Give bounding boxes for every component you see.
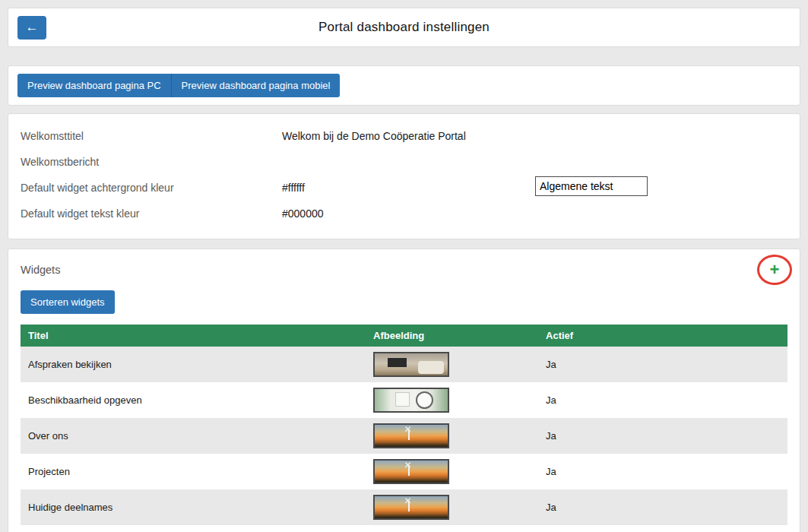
preview-button-group: Preview dashboard pagina PC Preview dash… (17, 74, 340, 97)
field-value: #ffffff (282, 182, 305, 194)
widget-title-cell: Projecten (21, 462, 366, 481)
field-label: Default widget achtergrond kleur (21, 182, 282, 194)
widget-title-cell: Afspraken bekijken (21, 355, 366, 374)
back-arrow-icon: ← (26, 20, 39, 35)
widget-image-cell (366, 420, 538, 452)
widget-image-cell (366, 348, 538, 381)
field-row-welkomsttitel: Welkomsttitel Welkom bij de Demo Coöpera… (21, 123, 787, 149)
field-label: Welkomsttitel (21, 130, 282, 142)
back-button[interactable]: ← (17, 16, 46, 40)
table-body: Afspraken bekijken Ja Beschikbaarheid op… (21, 347, 787, 525)
widget-thumbnail (373, 388, 449, 413)
widget-thumbnail (373, 459, 449, 484)
table-row-projecten[interactable]: Projecten Ja (21, 454, 787, 489)
field-row-achtergrond-kleur: Default widget achtergrond kleur #ffffff (21, 175, 787, 201)
preview-dashboard-mobile-button[interactable]: Preview dashboard pagina mobiel (171, 74, 341, 97)
widget-title-cell: Beschikbaarheid opgeven (21, 391, 366, 410)
table-header-afbeelding: Afbeelding (366, 325, 538, 347)
widget-image-cell (366, 455, 538, 488)
widgets-table: Titel Afbeelding Actief Afspraken bekijk… (21, 325, 787, 525)
widgets-header: Widgets + (21, 258, 787, 281)
table-row-afspraken-bekijken[interactable]: Afspraken bekijken Ja (21, 347, 787, 382)
field-label: Default widget tekst kleur (21, 207, 282, 220)
table-header-actief: Actief (538, 325, 787, 347)
sort-widgets-button[interactable]: Sorteren widgets (21, 290, 115, 314)
table-row-over-ons[interactable]: Over ons Ja (21, 418, 787, 454)
widget-active-cell: Ja (538, 391, 787, 410)
table-row-beschikbaarheid-opgeven[interactable]: Beschikbaarheid opgeven Ja (21, 382, 787, 418)
widget-image-cell (366, 384, 538, 416)
widget-thumbnail (373, 423, 449, 448)
field-row-tekst-kleur: Default widget tekst kleur #000000 (21, 201, 787, 226)
widget-active-cell: Ja (538, 462, 787, 481)
widget-title-cell: Over ons (21, 426, 366, 445)
widget-active-cell: Ja (538, 426, 787, 445)
table-header-row: Titel Afbeelding Actief (21, 325, 787, 347)
page-title: Portal dashboard instellingen (8, 20, 800, 35)
preview-buttons-bar: Preview dashboard pagina PC Preview dash… (8, 65, 800, 106)
field-row-welkomstbericht: Welkomstbericht (21, 149, 787, 175)
page: ← Portal dashboard instellingen Preview … (0, 0, 808, 532)
field-label: Welkomstbericht (21, 156, 282, 168)
widgets-panel: Widgets + Sorteren widgets Titel Afbeeld… (8, 249, 800, 532)
widget-thumbnail (373, 495, 449, 520)
add-widget-button[interactable]: + (770, 261, 780, 278)
widget-active-cell: Ja (538, 498, 787, 517)
general-text-input[interactable] (535, 176, 648, 196)
widget-active-cell: Ja (538, 355, 787, 374)
field-value: Welkom bij de Demo Coöperatie Portal (282, 130, 466, 142)
field-value: #000000 (282, 207, 324, 220)
widget-thumbnail (373, 352, 449, 377)
add-widget-area: + (762, 261, 787, 278)
widgets-section-title: Widgets (21, 264, 60, 276)
widget-image-cell (366, 491, 538, 524)
settings-panel: Welkomsttitel Welkom bij de Demo Coöpera… (8, 113, 800, 239)
table-header-titel: Titel (21, 325, 366, 347)
table-row-huidige-deelnames[interactable]: Huidige deelnames Ja (21, 489, 787, 525)
widget-title-cell: Huidige deelnames (21, 498, 366, 517)
header-bar: ← Portal dashboard instellingen (8, 8, 800, 47)
preview-dashboard-pc-button[interactable]: Preview dashboard pagina PC (17, 74, 171, 97)
